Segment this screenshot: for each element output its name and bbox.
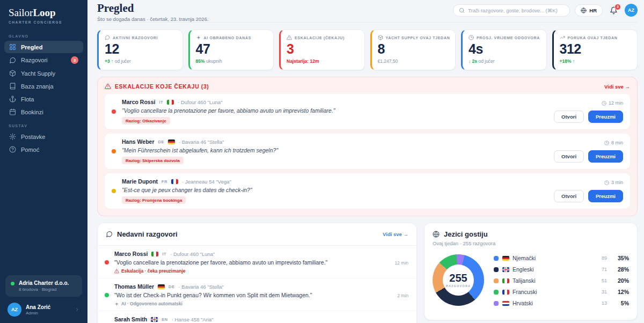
conversation-row[interactable]: Sarah SmithEN· Hanse 458 "Aria""Can I or… [98, 311, 416, 323]
conversation-status-label: Eskalacija · čeka preuzimanje [121, 268, 186, 274]
guest-language-code: IT [159, 100, 163, 105]
escalations-title: ESKALACIJE KOJE ČEKAJU (3) [115, 83, 601, 90]
legend-language-name: Njemački [513, 255, 536, 261]
cube-icon [378, 35, 383, 40]
languages-title: Jezici gostiju [444, 230, 629, 238]
company-status-dot [11, 282, 14, 285]
brand-tagline: CHARTER CONCIERGE [9, 20, 79, 24]
stat-sub-highlight: +18% ↑ [560, 58, 575, 64]
sidebar-item-pregled[interactable]: Pregled [4, 41, 83, 53]
sparkle-icon [114, 302, 119, 306]
legend-count: 13 [594, 300, 607, 306]
user-avatar[interactable]: AZ [625, 4, 638, 17]
legend-row: Talijanski5120% [494, 277, 629, 284]
app-root: SailorLoop CHARTER CONCIERGE GLAVNOPregl… [0, 0, 644, 323]
sparkle-icon [196, 35, 201, 40]
boat-name: · Hanse 458 "Aria" [172, 317, 214, 322]
escalation-card[interactable]: Marco RossiIT· Dufour 460 "Luna""Voglio … [105, 94, 630, 129]
conversation-status-label: AI · Odgovoreno automatski [121, 301, 182, 306]
escalation-reason-tag: Razlog: Otkazivanje [122, 117, 170, 124]
clock-icon [604, 141, 609, 145]
stat-card[interactable]: AI OBRAĐENO DANAS4785% ukupnih [188, 30, 274, 70]
claim-button[interactable]: Preuzmi [588, 190, 623, 202]
recent-conversations-panel: Nedavni razgovori Vidi sve → Marco Rossi… [97, 223, 417, 323]
conversation-message: "Wo ist der Check-in Punkt genau? Wir ko… [114, 292, 392, 298]
wait-time-label: 8 min [611, 140, 623, 145]
legend-row: Francuski3112% [494, 289, 629, 295]
escalations-view-all-link[interactable]: Vidi sve → [604, 84, 630, 90]
stat-card[interactable]: AKTIVNI RAZGOVORI12+3 ↑ od jučer [97, 30, 183, 70]
sidebar-item-yacht-supply[interactable]: Yacht Supply [4, 67, 83, 79]
guest-name: Marco Rossi [122, 99, 155, 105]
search-box[interactable] [453, 4, 570, 17]
sidebar-item-label: Pregled [21, 44, 78, 50]
conversation-status: AI · Odgovoreno automatski [114, 301, 392, 306]
claim-button[interactable]: Preuzmi [588, 150, 623, 163]
escalation-card[interactable]: Marie DupontFR· Jeanneau 54 "Vega""Est-c… [105, 173, 630, 209]
stat-sub: €1.247,50 [378, 58, 450, 64]
recent-view-all-link[interactable]: Vidi sve → [383, 231, 408, 237]
open-button[interactable]: Otvori [554, 190, 584, 202]
sidebar-item-bookinzi[interactable]: Bookinzi [4, 106, 83, 118]
open-button[interactable]: Otvori [554, 111, 584, 123]
wait-time: 8 min [604, 140, 623, 145]
warning-icon [105, 83, 111, 90]
stat-label: PROSJ. VRIJEME ODGOVORA [477, 36, 540, 40]
conversation-row[interactable]: Thomas MüllerDE· Bavaria 46 "Stella""Wo … [98, 278, 416, 311]
wait-time-label: 3 min [611, 180, 623, 185]
company-card[interactable]: Adria Charter d.o.o. 8 brodova · Biograd [5, 275, 82, 297]
guest-quote: "Mein Führerschein ist abgelaufen, kann … [122, 147, 548, 153]
chat-icon [9, 57, 16, 64]
user-name: Ana Zorić [26, 304, 50, 310]
claim-button[interactable]: Preuzmi [588, 111, 623, 123]
legend-label: Engleski [502, 266, 590, 273]
warning-icon [287, 35, 292, 40]
legend-color-swatch [494, 301, 499, 306]
flag-gb-icon [502, 267, 509, 272]
flag-de-icon [502, 256, 509, 261]
search-input[interactable] [468, 8, 564, 13]
open-button[interactable]: Otvori [554, 150, 584, 163]
legend-label: Francuski [502, 289, 590, 295]
stat-sub-highlight: ↓ 2s [469, 58, 477, 64]
legend-label: Hrvatski [502, 300, 590, 306]
stat-card[interactable]: YACHT SUPPLY OVAJ TJEDAN8€1.247,50 [370, 30, 456, 70]
language-switcher[interactable]: HR [575, 4, 603, 17]
sidebar-item-baza-znanja[interactable]: Baza znanja [4, 80, 83, 92]
boat-name: · Dufour 460 "Luna" [178, 99, 222, 105]
recent-list: Marco RossiIT· Dufour 460 "Luna""Voglio … [98, 246, 416, 323]
sidebar-item-razgovori[interactable]: Razgovori3 [4, 54, 83, 67]
grid-icon [9, 43, 16, 50]
nav-section-label: GLAVNO [9, 34, 79, 38]
sidebar-item-label: Postavke [21, 134, 78, 140]
guest-language-code: FR [162, 179, 167, 184]
notifications-button[interactable]: 3 [610, 6, 618, 14]
stat-label: AI OBRAĐENO DANAS [204, 36, 252, 40]
stat-sub-highlight: +3 ↑ [105, 58, 113, 64]
stat-card[interactable]: ESKALACIJE (ČEKAJU)3Najstarija: 12m [279, 30, 365, 70]
flag-hr-icon [502, 301, 509, 306]
legend-language-name: Engleski [513, 266, 534, 273]
escalation-reason-tag: Razlog: Promjena bookinga [122, 196, 186, 204]
wait-time: 12 min [602, 100, 623, 106]
warning-icon [114, 269, 119, 274]
stat-card[interactable]: PORUKA OVAJ TJEDAN312+18% ↑ [552, 30, 638, 70]
sidebar-item-flota[interactable]: Flota [4, 93, 83, 105]
stat-card[interactable]: PROSJ. VRIJEME ODGOVORA4s↓ 2s od jučer [461, 30, 547, 70]
main-content: Pregled Što se događa danas · četvrtak, … [87, 0, 644, 323]
user-role: Admin [26, 311, 50, 315]
sidebar-item-postavke[interactable]: Postavke [4, 130, 83, 143]
sidebar-item-label: Flota [21, 96, 78, 102]
conversation-row[interactable]: Marco RossiIT· Dufour 460 "Luna""Voglio … [98, 246, 416, 278]
stat-value: 3 [287, 42, 358, 56]
legend-color-swatch [494, 267, 499, 272]
escalation-reason-tag: Razlog: Skiperska dozvola [122, 157, 184, 164]
donut-center-label: RAZGOVORA [446, 284, 471, 288]
stat-value: 8 [378, 42, 450, 56]
legend-color-swatch [494, 278, 499, 283]
sidebar-nav: GLAVNOPregledRazgovori3Yacht SupplyBaza … [0, 28, 87, 156]
sidebar-item-pomo-[interactable]: Pomoć [4, 143, 83, 156]
guest-language-code: EN [162, 317, 167, 322]
escalation-card[interactable]: Hans WeberDE· Bavaria 46 "Stella""Mein F… [105, 134, 630, 169]
user-profile[interactable]: AZ Ana Zorić Admin [5, 297, 82, 318]
